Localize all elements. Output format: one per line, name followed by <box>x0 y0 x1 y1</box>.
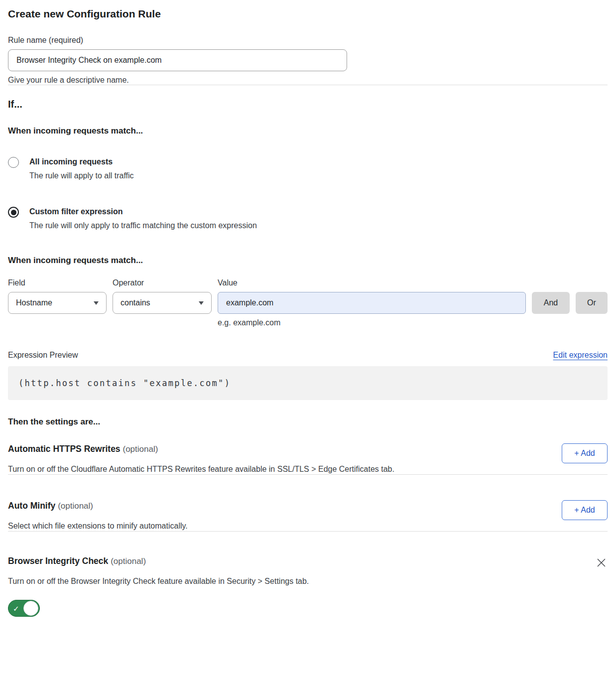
check-icon: ✓ <box>13 605 19 612</box>
setting-description: Select which file extensions to minify a… <box>8 521 188 531</box>
optional-tag: (optional) <box>111 556 146 566</box>
optional-tag: (optional) <box>58 501 93 511</box>
radio-custom-filter-description: The rule will only apply to traffic matc… <box>29 221 257 231</box>
expression-code: (http.host contains "example.com") <box>18 378 231 388</box>
operator-select-value: contains <box>121 298 150 307</box>
radio-all-requests-label: All incoming requests <box>29 156 134 167</box>
chevron-down-icon <box>199 301 204 305</box>
setting-description: Turn on or off the Cloudflare Automatic … <box>8 464 394 474</box>
radio-option-custom-filter[interactable]: Custom filter expression The rule will o… <box>8 206 608 231</box>
close-icon <box>596 557 607 568</box>
value-input[interactable] <box>218 292 526 314</box>
filter-builder-row: Hostname contains And Or <box>8 292 608 314</box>
setting-description: Turn on or off the Browser Integrity Che… <box>8 576 309 586</box>
radio-option-all-requests[interactable]: All incoming requests The rule will appl… <box>8 156 608 181</box>
setting-title: Automatic HTTPS Rewrites <box>8 444 121 454</box>
rule-name-section: Rule name (required) Give your rule a de… <box>8 36 608 85</box>
toggle-knob[interactable] <box>23 601 38 616</box>
page-title: Create new Configuration Rule <box>8 8 608 20</box>
rule-name-label: Rule name (required) <box>8 36 608 45</box>
setting-title: Browser Integrity Check <box>8 556 108 566</box>
setting-title: Auto Minify <box>8 501 55 511</box>
edit-expression-link[interactable]: Edit expression <box>553 351 608 360</box>
setting-automatic-https-rewrites: Automatic HTTPS Rewrites (optional) Turn… <box>8 443 608 474</box>
value-help-text: e.g. example.com <box>218 318 608 327</box>
radio-custom-filter-label: Custom filter expression <box>29 206 257 217</box>
or-button[interactable]: Or <box>576 292 608 314</box>
expression-preview-block: (http.host contains "example.com") <box>8 366 608 400</box>
settings-heading: Then the settings are... <box>8 417 608 427</box>
remove-setting-button[interactable] <box>595 556 608 569</box>
add-auto-minify-button[interactable]: + Add <box>562 500 608 520</box>
when-match-heading: When incoming requests match... <box>8 126 608 136</box>
operator-select[interactable]: contains <box>113 292 212 314</box>
filter-builder-labels: Field Operator Value <box>8 278 608 287</box>
setting-browser-integrity-check: Browser Integrity Check (optional) Turn … <box>8 555 608 617</box>
field-select[interactable]: Hostname <box>8 292 107 314</box>
value-label: Value <box>218 278 238 287</box>
operator-label: Operator <box>113 278 218 287</box>
radio-all-requests-description: The rule will apply to all traffic <box>29 171 134 181</box>
and-button[interactable]: And <box>532 292 570 314</box>
browser-integrity-check-toggle[interactable]: ✓ <box>8 600 40 617</box>
divider <box>8 85 608 85</box>
radio-selected-icon[interactable] <box>8 207 19 218</box>
divider <box>8 531 608 532</box>
if-heading: If... <box>8 99 608 110</box>
radio-unselected-icon[interactable] <box>8 157 19 168</box>
rule-name-input[interactable] <box>8 49 347 71</box>
divider <box>8 474 608 475</box>
expression-preview-header: Expression Preview Edit expression <box>8 351 608 360</box>
rule-name-help: Give your rule a descriptive name. <box>8 76 608 85</box>
field-select-value: Hostname <box>16 298 52 307</box>
expression-preview-label: Expression Preview <box>8 351 78 360</box>
field-label: Field <box>8 278 113 287</box>
add-automatic-https-rewrites-button[interactable]: + Add <box>562 443 608 463</box>
optional-tag: (optional) <box>123 444 158 454</box>
filter-builder-heading: When incoming requests match... <box>8 256 608 266</box>
setting-auto-minify: Auto Minify (optional) Select which file… <box>8 500 608 531</box>
chevron-down-icon <box>94 301 99 305</box>
